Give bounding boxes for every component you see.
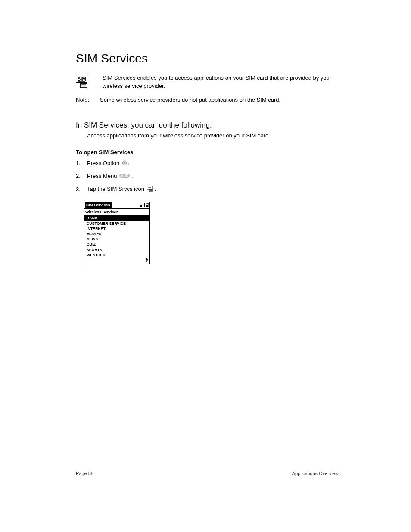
section-heading: In SIM Services, you can do the followin… — [76, 121, 339, 130]
svg-point-8 — [124, 162, 125, 163]
section-description: Access applications from your wireless s… — [87, 132, 339, 139]
list-item: SPORTS — [84, 247, 149, 252]
steps-heading: To open SIM Services — [76, 149, 339, 156]
steps-list: 1. Press Option . 2. Press Menu — [76, 160, 339, 193]
page-number: Page 58 — [76, 471, 93, 476]
svg-text:SIM: SIM — [147, 186, 151, 189]
svg-rect-17 — [140, 205, 141, 207]
option-key-icon — [122, 160, 127, 167]
list-item: MOVIES — [84, 231, 149, 236]
page-footer: Page 58 Applications Overview — [76, 468, 339, 476]
list-item: INTERNET — [84, 226, 149, 231]
intro-row: SIM SIM Services enables you to access a… — [76, 74, 339, 90]
screenshot-subheader: Wireless Services — [84, 209, 149, 216]
list-item: BANK — [84, 215, 149, 221]
svg-rect-23 — [146, 205, 148, 207]
note-label: Note: — [76, 96, 100, 103]
menu-key-icon — [119, 173, 130, 180]
list-item: WEATHER — [84, 252, 149, 258]
screenshot-title: SIM Services — [85, 202, 112, 208]
svg-rect-22 — [147, 203, 148, 204]
step-text: Press Menu . — [87, 173, 134, 180]
svg-rect-18 — [141, 205, 142, 207]
page-title: SIM Services — [76, 52, 339, 65]
step-number: 1. — [76, 160, 87, 166]
step-text: Tap the SIM Srvcs icon SIM . — [87, 186, 156, 193]
sim-srvcs-small-icon: SIM — [147, 186, 154, 193]
page-content: SIM Services SIM SIM Services enables yo… — [76, 52, 339, 264]
step-number: 2. — [76, 173, 87, 179]
screenshot-status-icons — [140, 203, 149, 207]
screenshot-title-bar: SIM Services — [84, 202, 149, 209]
step-3: 3. Tap the SIM Srvcs icon SIM . — [76, 186, 339, 193]
signal-icon — [140, 203, 145, 207]
step-text: Press Option . — [87, 160, 129, 167]
list-item: CUSTOMER SERVICE — [84, 221, 149, 226]
sim-services-icon: SIM — [76, 75, 90, 88]
svg-rect-19 — [143, 204, 143, 207]
screenshot-menu: BANK CUSTOMER SERVICE INTERNET MOVIES NE… — [84, 215, 149, 264]
list-item: QUIZ — [84, 242, 149, 247]
note-row: Note: Some wireless service providers do… — [76, 96, 339, 103]
svg-rect-20 — [144, 203, 145, 207]
battery-icon — [146, 203, 149, 207]
footer-section: Applications Overview — [292, 471, 339, 476]
step-number: 3. — [76, 186, 87, 193]
list-item: NEWS — [84, 236, 149, 242]
intro-text: SIM Services enables you to access appli… — [103, 74, 339, 90]
device-screenshot: SIM Services Wireless Services BANK CUST… — [84, 202, 150, 264]
scroll-arrows-icon: ▲▼ — [145, 258, 149, 263]
note-text: Some wireless service providers do not p… — [100, 96, 280, 103]
step-2: 2. Press Menu . — [76, 173, 339, 180]
svg-rect-14 — [149, 189, 153, 192]
svg-text:SIM: SIM — [78, 76, 86, 81]
step-1: 1. Press Option . — [76, 160, 339, 167]
